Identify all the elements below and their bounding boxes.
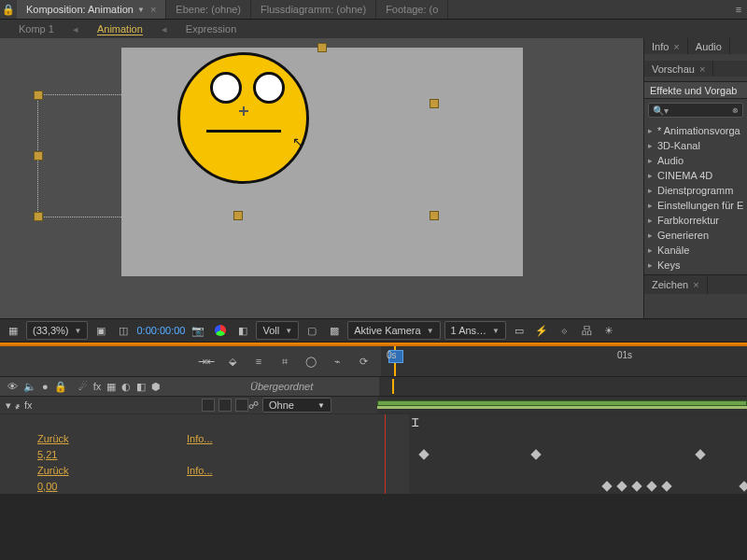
pickwhip-icon[interactable]: ҂ [15,399,21,412]
fx-column-icon[interactable]: fx [93,381,102,392]
brainstorm-icon[interactable]: ◯ [303,353,319,370]
solo-column-icon[interactable]: ● [42,381,49,392]
dropdown-icon[interactable]: ▼ [137,6,145,14]
timeline-icon[interactable]: ⟐ [555,321,573,340]
transparency-grid-icon[interactable]: ▩ [325,321,344,340]
blend-column-icon[interactable]: ▦ [106,381,116,393]
timecode-display[interactable]: 0:00:00:00 [136,325,185,336]
comp-mini-flowchart-icon[interactable]: ⇥⇤ [198,353,215,370]
effects-search-input[interactable]: 🔍▾ ⊗ [648,103,743,118]
keyframe-diamond[interactable] [530,449,541,459]
in-point-marker[interactable]: Ꮖ [413,416,418,429]
crumb-expression[interactable]: Expression [186,23,236,35]
layer-row[interactable]: ▾ ҂ fx ☍ Ohne▼ [0,397,747,414]
resolution-dropdown[interactable]: Voll▼ [256,321,299,340]
eye-column-icon[interactable]: 👁 [7,381,18,392]
views-dropdown[interactable]: 1 Ans…▼ [444,321,506,340]
tab-footage[interactable]: Footage: (o [376,0,448,19]
fx-badge-icon[interactable]: fx [24,399,33,411]
close-icon[interactable]: × [699,63,705,75]
pickwhip-icon[interactable]: ☍ [248,399,259,412]
parent-dropdown[interactable]: Ohne▼ [262,398,331,413]
zoom-dropdown[interactable]: (33,3%)▼ [26,321,88,340]
frame-blend-icon[interactable]: ≡ [250,353,267,370]
audio-column-icon[interactable]: 🔈 [23,381,36,393]
effects-panel-header[interactable]: Effekte und Vorgab [644,81,747,99]
show-channel-icon[interactable] [211,321,230,340]
camera-dropdown[interactable]: Aktive Kamera▼ [347,321,440,340]
graph-editor-icon[interactable]: ⌁ [329,353,345,370]
property-value[interactable]: 0,00 [37,481,57,492]
twirl-icon[interactable]: ▸ [648,260,657,270]
property-name[interactable]: Zurück [37,465,69,476]
close-icon[interactable]: × [693,279,698,290]
safe-zones-icon[interactable]: ▣ [92,321,110,340]
tab-composition[interactable]: Komposition: Animation ▼ × [17,0,166,19]
effects-category[interactable]: ▸CINEMA 4D [644,168,747,183]
keyframe-diamond[interactable] [739,481,747,491]
fast-previews-icon[interactable]: ⚡ [532,321,551,340]
close-icon[interactable]: × [673,41,679,52]
shy-column-icon[interactable]: ☄ [78,381,88,393]
transform-handle[interactable] [34,212,43,221]
keyframe-diamond[interactable] [418,449,429,459]
panel-menu-icon[interactable]: ≡ [730,0,747,19]
transform-handle[interactable] [430,211,439,220]
effects-category[interactable]: ▸Einstellungen für E [644,198,747,213]
motion-blur-icon[interactable]: ⌗ [276,353,293,370]
keyframe-diamond[interactable] [646,481,656,491]
transform-handle[interactable] [34,91,43,100]
transform-handle[interactable] [317,43,327,52]
crumb-parent[interactable]: Komp 1 [19,23,54,35]
draft3d-icon[interactable]: ⬙ [224,353,241,370]
lock-icon[interactable]: 🔒 [0,0,17,19]
tab-flussdiagramm[interactable]: Flussdiagramm: (ohne) [251,0,376,19]
keyframe-diamond[interactable] [616,481,627,491]
composition-viewer[interactable]: ↖ [0,38,643,318]
effects-category[interactable]: ▸Keys [644,258,747,273]
anchor-point-icon[interactable] [239,106,248,116]
twirl-icon[interactable]: ▸ [648,201,657,210]
tab-audio[interactable]: Audio [688,38,730,54]
mask-toggle-icon[interactable]: ◫ [114,321,133,340]
effects-category[interactable]: ▸3D-Kanal [644,138,747,153]
property-value[interactable]: 5,21 [37,449,57,460]
effects-category[interactable]: ▸Farbkorrektur [644,213,747,228]
switch-box[interactable] [218,399,232,412]
color-management-icon[interactable]: ◧ [233,321,252,340]
transform-handle[interactable] [430,99,439,108]
property-info[interactable]: Info... [187,465,213,476]
region-of-interest-icon[interactable]: ▢ [303,321,321,340]
tab-info[interactable]: Info × [644,38,688,54]
tab-preview[interactable]: Vorschau × [644,61,713,77]
effects-category[interactable]: ▸Dienstprogramm [644,183,747,198]
twirl-icon[interactable]: ▸ [648,231,657,240]
twirl-icon[interactable]: ▸ [648,216,657,225]
keyframe-diamond[interactable] [631,481,641,491]
effects-category[interactable]: ▸Kanäle [644,243,747,258]
twirl-icon[interactable]: ▸ [648,171,657,180]
tab-draw[interactable]: Zeichen × [644,275,708,294]
3d-column-icon[interactable]: ⬢ [151,381,161,393]
transform-handle[interactable] [34,151,43,161]
flowchart-icon[interactable]: 品 [577,321,596,340]
exposure-icon[interactable]: ☀ [599,321,618,340]
close-icon[interactable]: ⊗ [728,106,742,115]
lock-column-icon[interactable]: 🔒 [54,381,67,393]
twirl-icon[interactable]: ▸ [648,245,657,255]
mblur-column-icon[interactable]: ◐ [121,381,131,393]
twirl-icon[interactable]: ▸ [648,126,657,135]
keyframe-diamond[interactable] [601,481,612,491]
property-info[interactable]: Info... [187,433,213,444]
snapshot-icon[interactable]: 📷 [189,321,207,340]
transform-handle[interactable] [233,211,243,220]
tab-ebene[interactable]: Ebene: (ohne) [166,0,251,19]
auto-keyframe-icon[interactable]: ⟳ [355,353,372,370]
close-icon[interactable]: × [150,4,156,15]
twirl-icon[interactable]: ▸ [648,156,657,165]
switch-box[interactable] [202,399,215,412]
composition-canvas[interactable]: ↖ [121,48,523,276]
twirl-icon[interactable]: ▸ [648,186,657,195]
twirl-icon[interactable]: ▸ [648,141,657,150]
effects-category[interactable]: ▸Generieren [644,228,747,243]
